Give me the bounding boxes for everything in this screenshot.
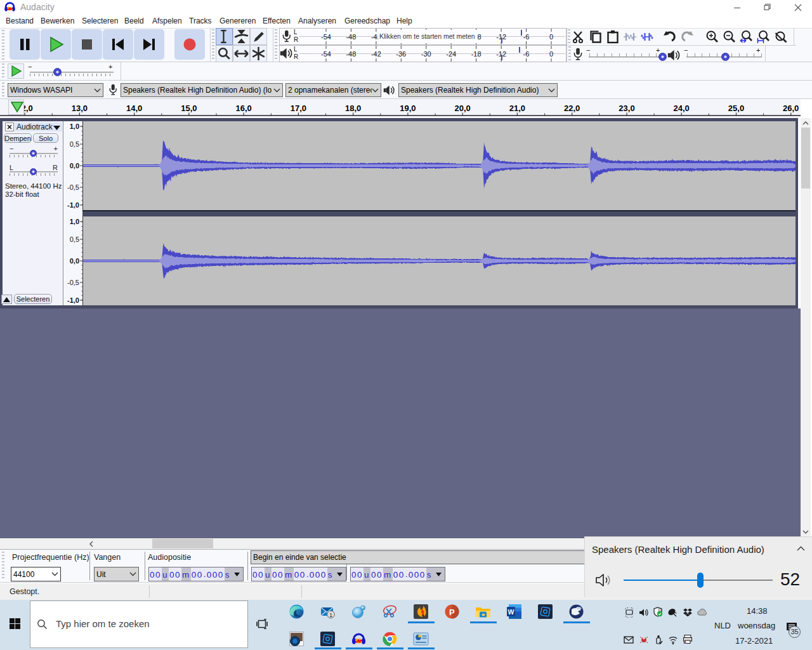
svg-text:0,5: 0,5 bbox=[70, 235, 79, 243]
svg-text:0: 0 bbox=[549, 50, 553, 58]
svg-text:-6: -6 bbox=[523, 33, 530, 41]
svg-text:0,0: 0,0 bbox=[70, 257, 79, 265]
svg-text:-54: -54 bbox=[321, 33, 331, 41]
svg-text:0,5: 0,5 bbox=[70, 140, 79, 148]
svg-text:1: 1 bbox=[329, 612, 332, 618]
svg-text:-36: -36 bbox=[396, 50, 406, 58]
svg-text:20,0: 20,0 bbox=[455, 103, 471, 113]
svg-text:16,0: 16,0 bbox=[235, 103, 251, 113]
svg-text:P: P bbox=[449, 607, 455, 617]
svg-text:18,0: 18,0 bbox=[345, 103, 361, 113]
svg-text:-0,5: -0,5 bbox=[67, 279, 79, 286]
svg-text:-30: -30 bbox=[421, 50, 431, 58]
svg-text:15,0: 15,0 bbox=[181, 103, 197, 113]
svg-text:13,0: 13,0 bbox=[72, 103, 88, 113]
svg-text:W: W bbox=[508, 608, 514, 616]
svg-text:14,0: 14,0 bbox=[126, 103, 142, 113]
svg-text:-6: -6 bbox=[523, 50, 530, 58]
svg-text:0: 0 bbox=[549, 33, 553, 41]
svg-text:-1,0: -1,0 bbox=[67, 296, 79, 304]
svg-text:-42: -42 bbox=[371, 50, 381, 58]
svg-text:22,0: 22,0 bbox=[564, 103, 580, 113]
svg-text:0,0: 0,0 bbox=[70, 162, 79, 169]
svg-text:24,0: 24,0 bbox=[674, 103, 690, 113]
svg-text:-18: -18 bbox=[471, 50, 481, 58]
svg-text:-24: -24 bbox=[446, 50, 456, 58]
svg-text:19,0: 19,0 bbox=[400, 103, 416, 113]
svg-text:17,0: 17,0 bbox=[291, 103, 306, 113]
svg-text:23,0: 23,0 bbox=[619, 103, 634, 113]
svg-text:26,0: 26,0 bbox=[783, 103, 799, 113]
svg-text:1,0: 1,0 bbox=[70, 218, 79, 225]
svg-text:-54: -54 bbox=[321, 50, 331, 58]
svg-text:-48: -48 bbox=[346, 33, 356, 41]
svg-text:25,0: 25,0 bbox=[728, 103, 744, 113]
svg-text:-48: -48 bbox=[346, 50, 356, 58]
svg-text:-1,0: -1,0 bbox=[67, 201, 79, 209]
svg-text:21,0: 21,0 bbox=[509, 103, 525, 113]
svg-text:-0,5: -0,5 bbox=[67, 183, 79, 191]
svg-text:1,0: 1,0 bbox=[70, 123, 79, 130]
